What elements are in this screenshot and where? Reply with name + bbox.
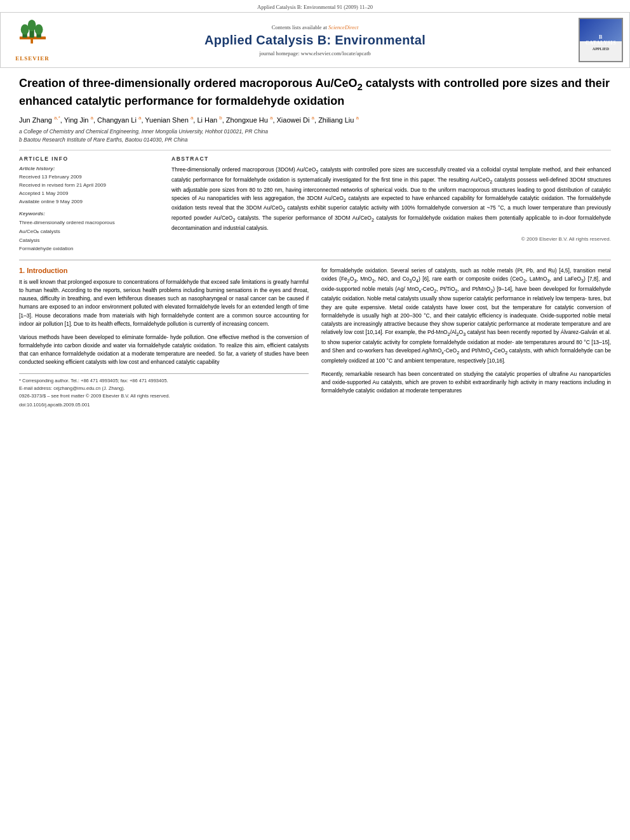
journal-title-center: Contents lists available at ScienceDirec…: [58, 24, 572, 57]
journal-citation: Applied Catalysis B: Environmental 91 (2…: [257, 4, 373, 10]
divider-1: [19, 150, 611, 150]
footnote-area: * Corresponding author. Tel.: +86 471 49…: [19, 373, 309, 409]
abstract-column: ABSTRACT Three-dimensionally ordered mac…: [171, 156, 611, 253]
abstract-label: ABSTRACT: [171, 156, 611, 162]
available-date: Available online 9 May 2009: [19, 198, 159, 206]
abstract-text: Three-dimensionally ordered macroporous …: [171, 166, 611, 232]
journal-top-bar: Applied Catalysis B: Environmental 91 (2…: [0, 0, 630, 13]
keyword-4: Formaldehyde oxidation: [19, 244, 159, 253]
elsevier-tree-icon: [15, 19, 50, 54]
body-left-col: 1. Introduction It is well known that pr…: [19, 267, 309, 409]
page-wrapper: Applied Catalysis B: Environmental 91 (2…: [0, 0, 630, 422]
keywords-label: Keywords:: [19, 211, 159, 217]
keyword-2: Au/CeO₂ catalysts: [19, 227, 159, 236]
issn-note: 0926-3373/$ – see front matter © 2009 El…: [19, 392, 309, 400]
body-columns: 1. Introduction It is well known that pr…: [19, 267, 611, 409]
catalysis-logo-subtext: APPLIED: [593, 47, 609, 51]
corresponding-note: * Corresponding author. Tel.: +86 471 49…: [19, 377, 309, 385]
revised-date: Received in revised form 21 April 2009: [19, 182, 159, 190]
right-para2: Recently, remarkable research has been c…: [321, 370, 611, 396]
journal-homepage: journal homepage: www.elsevier.com/locat…: [58, 50, 572, 57]
history-label: Article history:: [19, 166, 159, 171]
body-right-col: for formaldehyde oxidation. Several seri…: [321, 267, 611, 409]
sciencedirect-link[interactable]: ScienceDirect: [328, 24, 358, 30]
elsevier-logo: ELSEVIER: [7, 19, 58, 62]
intro-para2: Various methods have been developed to e…: [19, 333, 309, 367]
authors-line: Jun Zhang a,*, Ying Jin a, Changyan Li a…: [19, 115, 611, 124]
article-info-column: ARTICLE INFO Article history: Received 1…: [19, 156, 159, 253]
article-history: Article history: Received 13 February 20…: [19, 166, 159, 206]
keyword-1: Three-dimensionally ordered macroporous: [19, 218, 159, 227]
affiliations: a College of Chemistry and Chemical Engi…: [19, 128, 611, 144]
article-meta-section: ARTICLE INFO Article history: Received 1…: [19, 156, 611, 253]
right-para1: for formaldehyde oxidation. Several seri…: [321, 267, 611, 365]
intro-para1: It is well known that prolonged exposure…: [19, 278, 309, 328]
section-divider: [19, 260, 611, 260]
received-date: Received 13 February 2009: [19, 173, 159, 182]
article-content: Creation of three-dimensionally ordered …: [0, 68, 630, 422]
journal-header: ELSEVIER Contents lists available at Sci…: [0, 13, 630, 68]
catalysis-logo: BCATALYSIS APPLIED: [572, 18, 623, 62]
affiliation-a: a College of Chemistry and Chemical Engi…: [19, 128, 611, 136]
svg-point-5: [27, 19, 36, 30]
affiliation-b: b Baotou Research Institute of Rare Eart…: [19, 136, 611, 144]
email-note: E-mail address: cejzhang@imu.edu.cn (J. …: [19, 385, 309, 392]
article-title: Creation of three-dimensionally ordered …: [19, 76, 611, 109]
svg-rect-7: [30, 39, 33, 43]
keywords-list: Three-dimensionally ordered macroporous …: [19, 218, 159, 253]
elsevier-wordmark: ELSEVIER: [15, 55, 50, 62]
intro-heading: 1. Introduction: [19, 267, 309, 274]
svg-point-6: [34, 24, 43, 35]
keywords-section: Keywords: Three-dimensionally ordered ma…: [19, 211, 159, 253]
copyright-line: © 2009 Elsevier B.V. All rights reserved…: [171, 236, 611, 242]
catalysis-logo-text: BCATALYSIS: [586, 34, 616, 46]
doi-line: doi:10.1016/j.apcatb.2009.05.001: [19, 401, 309, 409]
accepted-date: Accepted 1 May 2009: [19, 190, 159, 198]
keyword-3: Catalysis: [19, 236, 159, 245]
catalysis-logo-box: BCATALYSIS APPLIED: [579, 18, 623, 62]
article-info-label: ARTICLE INFO: [19, 156, 159, 162]
sciencedirect-line: Contents lists available at ScienceDirec…: [58, 24, 572, 30]
journal-main-title: Applied Catalysis B: Environmental: [58, 33, 572, 48]
svg-point-4: [20, 24, 29, 35]
